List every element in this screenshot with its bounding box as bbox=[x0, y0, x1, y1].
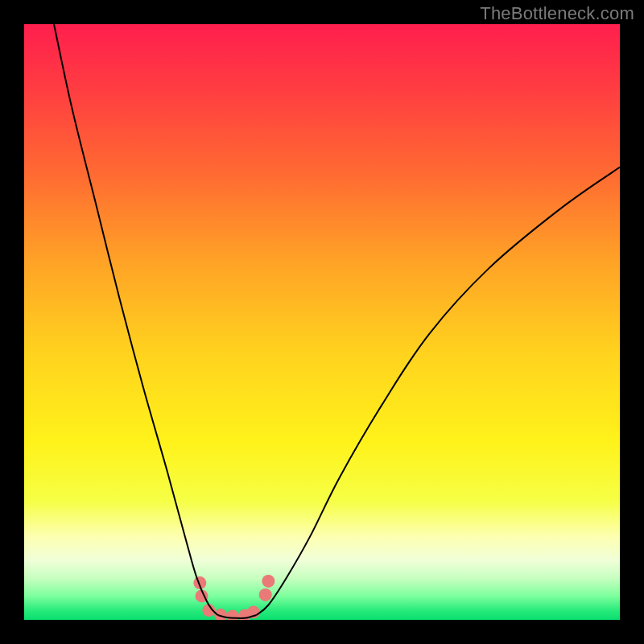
curve-layer bbox=[24, 24, 620, 620]
curve-right-branch bbox=[257, 167, 620, 615]
valley-marker bbox=[262, 575, 275, 588]
curve-left-branch bbox=[54, 24, 218, 615]
valley-marker bbox=[259, 588, 272, 601]
plot-area bbox=[24, 24, 620, 620]
chart-frame: TheBottleneck.com bbox=[0, 0, 644, 644]
watermark-text: TheBottleneck.com bbox=[0, 3, 644, 24]
